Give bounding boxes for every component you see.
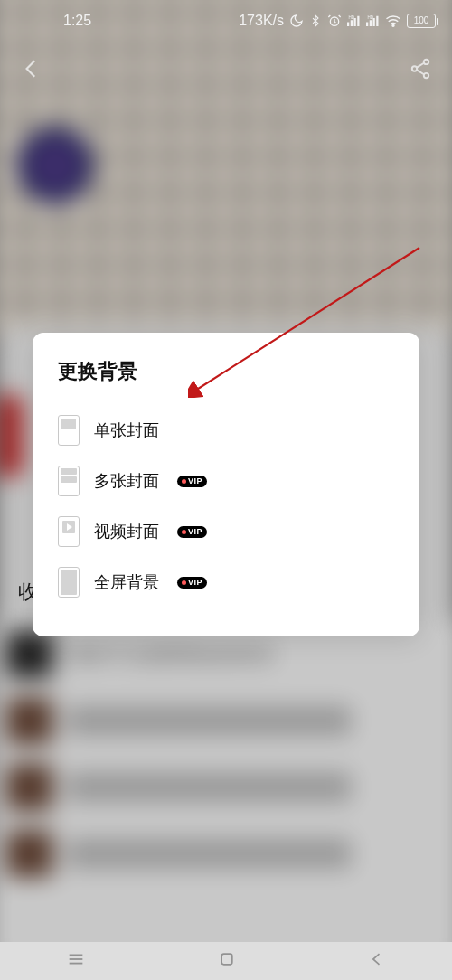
svg-rect-7: [370, 20, 372, 26]
option-label: 多张封面: [94, 470, 159, 492]
battery-level: 100: [414, 16, 429, 25]
svg-point-11: [392, 24, 394, 26]
svg-rect-9: [376, 16, 378, 26]
alarm-icon: [327, 14, 342, 28]
option-label: 视频封面: [94, 521, 159, 542]
video-cover-icon: [58, 516, 80, 547]
status-netspeed: 173K/s: [239, 13, 284, 29]
svg-rect-1: [347, 23, 349, 27]
vip-badge: VIP: [177, 476, 207, 487]
svg-rect-6: [366, 23, 368, 27]
nav-recents-icon[interactable]: [66, 949, 86, 973]
svg-text:HD: HD: [349, 15, 355, 20]
change-background-modal: 更换背景 单张封面 多张封面 VIP 视频封面 VIP 全屏背景 VIP: [33, 333, 419, 636]
top-navigation: [0, 51, 452, 87]
back-icon[interactable]: [20, 57, 43, 80]
option-label: 单张封面: [94, 419, 159, 441]
system-navbar: [0, 942, 452, 980]
option-video-cover[interactable]: 视频封面 VIP: [58, 506, 394, 557]
modal-title: 更换背景: [58, 358, 394, 385]
option-single-cover[interactable]: 单张封面: [58, 405, 394, 456]
option-fullscreen-bg[interactable]: 全屏背景 VIP: [58, 557, 394, 608]
battery-icon: 100: [407, 14, 436, 28]
nav-back-icon[interactable]: [368, 950, 386, 972]
status-bar: 1:25 173K/s HD HD 100: [0, 0, 452, 42]
svg-rect-19: [221, 954, 232, 965]
vip-badge: VIP: [177, 577, 207, 589]
moon-icon: [289, 14, 304, 28]
vip-badge: VIP: [177, 526, 207, 538]
nav-home-icon[interactable]: [218, 950, 236, 972]
status-time: 1:25: [16, 13, 91, 29]
signal-icon-2: HD: [366, 14, 380, 27]
share-icon[interactable]: [409, 57, 432, 80]
signal-icon: HD: [347, 14, 361, 27]
multi-cover-icon: [58, 466, 80, 496]
svg-rect-2: [351, 20, 353, 26]
single-cover-icon: [58, 415, 80, 446]
option-multi-cover[interactable]: 多张封面 VIP: [58, 456, 394, 506]
option-label: 全屏背景: [94, 571, 159, 593]
svg-text:HD: HD: [368, 15, 374, 20]
wifi-icon: [385, 14, 401, 27]
bluetooth-icon: [309, 14, 322, 28]
svg-rect-4: [357, 16, 359, 26]
fullscreen-bg-icon: [58, 567, 80, 598]
